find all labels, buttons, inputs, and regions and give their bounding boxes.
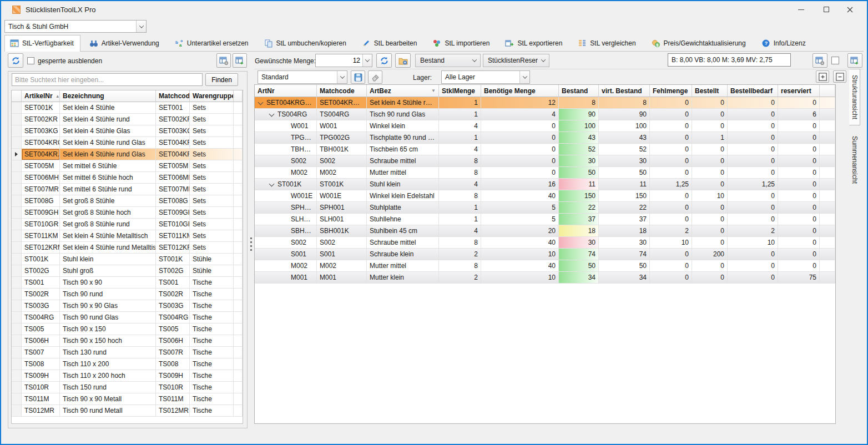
layout-combobox[interactable]: Standard — [258, 70, 347, 84]
table-row[interactable]: TS012MRTisch 90 rund MetallTS012MRTische — [12, 405, 243, 417]
expander-icon[interactable] — [269, 112, 274, 117]
left-grid-settings-button[interactable] — [216, 53, 231, 68]
desired-qty-dropdown[interactable] — [362, 54, 372, 67]
table-row[interactable]: SET006MHSet mittel 6 Stühle hochSET006MH… — [12, 172, 243, 184]
mode-combobox[interactable]: Bestand — [415, 54, 481, 67]
column-header-matchcode[interactable]: Matchcode — [317, 85, 367, 97]
table-row[interactable]: SET002KRSet klein 4 Stühle rundSET002KRS… — [12, 114, 243, 125]
bom-tree-row[interactable]: TPG002RTPG002GTischplatte 90 rund Glas10… — [255, 132, 835, 144]
desired-qty-spinner[interactable] — [315, 54, 372, 67]
side-tab-strukturansicht[interactable]: Strukturansicht — [849, 69, 860, 125]
minimize-button[interactable] — [788, 1, 814, 18]
toolbar-checkbox[interactable] — [831, 57, 839, 64]
warehouse-dropdown-button[interactable] — [519, 71, 529, 83]
tab-stl-bearbeiten[interactable]: StL bearbeiten — [356, 35, 424, 51]
table-row[interactable]: SET012KRMSet klein 4 Stühle rund Metallt… — [12, 242, 243, 254]
refresh-left-button[interactable] — [8, 53, 23, 68]
tab-stl-umbuchen-kopieren[interactable]: StL umbuchen/kopieren — [259, 35, 353, 51]
table-row[interactable]: ST002GStuhl großST002GStühle — [12, 265, 243, 277]
bom-tree-row[interactable]: S002S002Schraube mittel8403030100100 — [255, 237, 835, 249]
layout-dropdown-button[interactable] — [337, 71, 347, 83]
right-grid-settings-button[interactable] — [813, 53, 827, 68]
calc-settings-button[interactable] — [395, 53, 411, 68]
table-row[interactable]: TS004RGTisch 90 rund GlasTS004RGTische — [12, 312, 243, 323]
bom-tree-row[interactable]: M001M001Mutter klein210343400075 — [255, 272, 835, 284]
table-row[interactable]: TS003GTisch 90 x 90 GlasTS003GTische — [12, 300, 243, 312]
column-header-artnr[interactable]: ArtNr — [255, 85, 317, 97]
hide-locked-checkbox[interactable] — [27, 57, 34, 64]
table-row[interactable]: TS005Tisch 90 x 150TS005Tische — [12, 323, 243, 335]
column-header-matchcode[interactable]: Matchcode — [156, 90, 190, 102]
expander-icon[interactable] — [269, 182, 274, 187]
table-row[interactable]: TS011MTisch 90 x 90 MetallTS011MTische — [12, 393, 243, 405]
tab-stl-importieren[interactable]: StL importieren — [427, 35, 496, 51]
expander-icon[interactable] — [258, 100, 263, 105]
column-header-ben-tige-menge[interactable]: Benötige Menge — [481, 85, 559, 97]
left-grid-export-button[interactable] — [233, 53, 247, 68]
column-header-artbez[interactable]: ArtBez▼ — [367, 85, 439, 97]
column-header-bestellt[interactable]: Bestellt — [692, 85, 728, 97]
column-header-reserviert[interactable]: reserviert — [778, 85, 820, 97]
column-header-bestand[interactable]: Bestand — [559, 85, 599, 97]
collapse-all-button[interactable] — [833, 70, 846, 83]
table-row[interactable]: SET004KR...Set klein 4 Stühle rund GlasS… — [12, 149, 243, 160]
table-row[interactable]: TS008Tisch 110 x 200TS008Tische — [12, 358, 243, 370]
find-button[interactable]: Finden — [205, 73, 238, 86]
column-header-bezeichnung[interactable]: Bezeichnung — [60, 90, 156, 102]
save-layout-button[interactable] — [351, 70, 365, 84]
column-header-virt-bestand[interactable]: virt. Bestand — [599, 85, 650, 97]
table-row[interactable]: TS001Tisch 90 x 90TS001Tische — [12, 277, 243, 289]
right-grid-export-button[interactable] — [847, 53, 862, 68]
table-row[interactable]: TS009HTisch 110 x 200 hochTS009HTische — [12, 370, 243, 382]
table-row[interactable]: TS007Tisch 130 rundTS007RTische — [12, 347, 243, 358]
warehouse-combobox[interactable]: Alle Lager — [441, 70, 530, 84]
column-header-stklmenge[interactable]: StklMenge — [439, 85, 481, 97]
table-row[interactable]: SET009GHSet groß 8 Stühle hochSET009GHSe… — [12, 207, 243, 219]
close-button[interactable] — [837, 1, 862, 18]
tab-stl-verf-gbarkeit[interactable]: StL-Verfügbarkeit — [4, 35, 80, 51]
bom-tree-row[interactable]: W001EW001EWinkel klein Edelstahl84015015… — [255, 190, 835, 202]
splitter-handle[interactable] — [249, 237, 253, 251]
bom-tree-row[interactable]: M002M002Mutter mittel84050500000 — [255, 260, 835, 272]
table-row[interactable]: SET010GRSet groß 8 Stühle rundSET010GRSe… — [12, 219, 243, 230]
column-header-bestellbedarf[interactable]: Bestellbedarf — [728, 85, 778, 97]
column-header-fehlmenge[interactable]: Fehlmenge — [650, 85, 692, 97]
desired-qty-input[interactable] — [316, 54, 362, 67]
tab-unterartikel-ersetzen[interactable]: baUnterartikel ersetzen — [169, 35, 255, 51]
table-row[interactable]: SET008GSet groß 8 StühleSET008GSets — [12, 195, 243, 207]
table-row[interactable]: SET001KSet klein 4 StühleSET001Sets — [12, 102, 243, 114]
bom-tree-row[interactable]: S001S001Schraube klein2107474020000 — [255, 249, 835, 260]
table-row[interactable]: TS006HTisch 90 x 150 hochTS006HTische — [12, 335, 243, 347]
bom-tree-row[interactable]: M002M002Mutter mittel8050500000 — [255, 167, 835, 179]
table-row[interactable]: SET007MRSet mittel 6 Stühle rundSET007MR… — [12, 184, 243, 195]
table-row[interactable]: SET011KMSet klein 4 Stühle MetalltischSE… — [12, 230, 243, 242]
bom-tree-row[interactable]: TS004RGTS004RGTisch 90 rund Glas14909000… — [255, 109, 835, 120]
side-tab-summenansicht[interactable]: Summenansicht — [849, 130, 860, 190]
column-header-artikelnr[interactable]: ArtikelNr▲ — [22, 90, 60, 102]
bom-tree-row[interactable]: SBH001KSBH001KStuhlbein 45 cm42018182020 — [255, 225, 835, 237]
table-row[interactable]: SET003KGSet klein 4 Stühle GlasSET003KGS… — [12, 125, 243, 137]
bom-tree-row[interactable]: SET004KRG_KopieSET004KRG_KopieSet klein … — [255, 97, 835, 109]
expand-all-button[interactable] — [816, 70, 829, 83]
tab-stl-exportieren[interactable]: StL exportieren — [499, 35, 569, 51]
bom-tree-row[interactable]: TBH001KTBH001KTischbein 65 cm4052520000 — [255, 144, 835, 155]
bom-tree-row[interactable]: S002S002Schraube mittel8030300000 — [255, 155, 835, 167]
tab-preis-gewichtaktualisierung[interactable]: $Preis/Gewichtaktualisierung — [646, 35, 753, 51]
delete-layout-button[interactable] — [368, 70, 382, 84]
table-row[interactable]: TS002RTisch 90 rundTS002RTische — [12, 289, 243, 300]
company-dropdown-button[interactable] — [136, 21, 146, 32]
tab-info-lizenz[interactable]: ?Info/Lizenz — [756, 35, 813, 51]
table-row[interactable]: SET004KRGSet klein 4 Stühle rund GlasSET… — [12, 137, 243, 149]
table-row[interactable]: TS010RTisch 150 rundTS010RTische — [12, 382, 243, 393]
company-combobox[interactable]: Tisch & Stuhl GmbH — [4, 20, 147, 33]
maximize-button[interactable] — [814, 1, 839, 18]
tab-artikel-verwendung[interactable]: Artikel-Verwendung — [84, 35, 166, 51]
bom-tree-row[interactable]: ST001KST001KStuhl klein41611111,2501,250 — [255, 179, 835, 190]
refresh-right-button[interactable] — [376, 53, 392, 68]
bom-tree-row[interactable]: SLH001SLH001Stuhllehne1537370000 — [255, 214, 835, 225]
reserve-combobox[interactable]: StücklistenReservier — [483, 54, 549, 67]
table-row[interactable]: SET005MSet mittel 6 StühleSET005MSets — [12, 160, 243, 172]
column-header-warengruppe[interactable]: Warengruppe — [190, 90, 234, 102]
bom-tree-row[interactable]: SPH001SPH001Stuhlplatte1522220000 — [255, 202, 835, 214]
table-row[interactable]: ST001KStuhl kleinST001KStühle — [12, 254, 243, 265]
